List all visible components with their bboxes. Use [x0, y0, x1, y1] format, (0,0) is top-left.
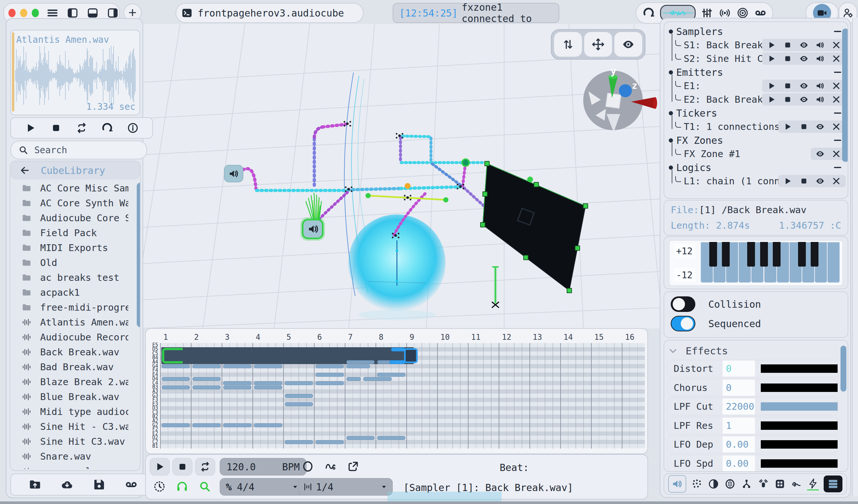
mute-icon[interactable] [815, 40, 825, 50]
list-item-blaze-break-2-wav[interactable]: Blaze Break 2.wav [10, 374, 139, 389]
midi-note[interactable] [254, 381, 282, 385]
list-item-acpack1[interactable]: acpack1 [10, 285, 139, 300]
visibility-icon[interactable] [815, 149, 825, 159]
play-icon[interactable] [767, 95, 776, 104]
midi-note[interactable] [192, 386, 221, 389]
delete-icon[interactable] [831, 54, 841, 64]
midi-note[interactable] [285, 381, 313, 385]
network-button[interactable] [741, 478, 752, 490]
midi-note[interactable] [162, 377, 190, 381]
piano-roll-panel[interactable]: 12345678910111213141516 E5D5C5B4A4G4F4E4… [145, 328, 648, 454]
play-icon[interactable] [783, 176, 793, 186]
black-key[interactable] [798, 242, 806, 266]
collapse-section-button[interactable] [833, 108, 842, 118]
list-item-snare-wav[interactable]: Snare.wav [10, 449, 139, 464]
effect-slider[interactable] [761, 459, 838, 468]
preview-play-button[interactable] [24, 122, 37, 134]
broadcast-icon[interactable] [718, 6, 731, 19]
import-folder-button[interactable] [28, 478, 42, 491]
effect-slider[interactable] [761, 402, 838, 411]
list-item-bad-break-wav[interactable]: Bad Break.wav [10, 359, 139, 374]
effect-value-field[interactable]: 1 [722, 418, 755, 434]
list-item-midi-exports[interactable]: MIDI Exports [10, 240, 139, 255]
delete-icon[interactable] [831, 40, 841, 50]
collapse-section-button[interactable] [833, 135, 842, 145]
stop-icon[interactable] [799, 176, 809, 186]
list-item-audiocube-recording-[interactable]: Audiocube Recording ( [10, 330, 139, 345]
playhead-note[interactable] [391, 347, 406, 352]
list-item-ac-breaks-test[interactable]: ac breaks test [10, 270, 139, 285]
window-scroll-strip[interactable] [852, 18, 858, 497]
effect-slider[interactable] [761, 364, 838, 373]
tree-row[interactable]: S1: Back Break.wa [664, 38, 848, 52]
visibility-icon[interactable] [799, 40, 809, 50]
stop-icon[interactable] [799, 122, 809, 131]
tree-row[interactable]: E1: [664, 79, 848, 93]
midi-note[interactable] [346, 364, 370, 368]
pitch-down-button[interactable]: -12 [673, 268, 695, 282]
play-icon[interactable] [783, 122, 793, 131]
list-item-sine-hit-c3-wav[interactable]: Sine Hit - C3.wav [10, 419, 139, 434]
preview-loop-button[interactable] [76, 122, 88, 134]
midi-note[interactable] [316, 364, 344, 368]
delete-icon[interactable] [831, 81, 841, 91]
piano-keyboard[interactable] [700, 242, 840, 283]
alarm-button[interactable] [758, 478, 769, 490]
note-grid[interactable] [160, 343, 645, 449]
bolt-button[interactable] [807, 478, 819, 490]
loop-button[interactable] [195, 458, 215, 475]
list-item-audiocube-core-sours[interactable]: Audiocube Core Sours [10, 211, 139, 225]
list-item-atlantis-amen-wav[interactable]: Atlantis Amen.wav [10, 315, 139, 330]
toggle-left-panel-icon[interactable] [66, 6, 79, 19]
sort-vertical-button[interactable] [554, 32, 582, 57]
effects-header[interactable]: Effects [668, 345, 728, 357]
save-button[interactable] [92, 478, 106, 491]
section-header-emitters[interactable]: Emitters [664, 65, 848, 79]
midi-note[interactable] [223, 386, 251, 389]
section-header-samplers[interactable]: Samplers [664, 25, 848, 38]
metronome-button[interactable] [298, 458, 318, 475]
pitch-up-button[interactable]: +12 [673, 244, 695, 258]
list-item-midi-type-audiocube-o[interactable]: Midi type audiocube o [10, 404, 139, 419]
audio-source-button[interactable] [668, 475, 686, 493]
bar-number-ruler[interactable]: 12345678910111213141516 [160, 332, 645, 342]
midi-note[interactable] [285, 440, 313, 444]
midi-note[interactable] [363, 377, 392, 381]
mute-icon[interactable] [815, 95, 825, 104]
gauge-icon[interactable] [642, 6, 655, 19]
back-icon[interactable] [19, 165, 30, 176]
loop-end-marker[interactable] [404, 348, 418, 363]
export-button[interactable] [344, 458, 363, 475]
effect-value-field[interactable]: 22000 [722, 399, 755, 414]
visibility-icon[interactable] [799, 95, 809, 104]
stop-icon[interactable] [783, 95, 793, 104]
search-input[interactable] [34, 145, 126, 156]
console-status-bar[interactable]: [12:54:25] fxzone1 connected to [393, 3, 559, 23]
mute-icon[interactable] [815, 81, 825, 91]
midi-note[interactable] [192, 423, 221, 427]
collapse-section-button[interactable] [833, 67, 842, 77]
list-item-blue-break-wav[interactable]: Blue Break.wav [10, 389, 139, 404]
speaker-grille-button[interactable] [724, 478, 736, 490]
midi-note[interactable] [254, 386, 282, 389]
target-icon[interactable] [736, 6, 749, 19]
effects-scrollbar[interactable] [841, 346, 846, 392]
delete-icon[interactable] [831, 149, 841, 159]
black-key[interactable] [747, 242, 755, 266]
preview-stop-button[interactable] [50, 122, 62, 134]
menu-icon[interactable] [46, 6, 59, 19]
midi-note[interactable] [316, 440, 344, 444]
cloud-download-button[interactable] [60, 478, 74, 491]
black-key[interactable] [722, 242, 730, 266]
midi-note[interactable] [162, 423, 190, 427]
midi-note[interactable] [316, 373, 344, 377]
playhead-note[interactable] [390, 360, 406, 364]
black-key[interactable] [709, 242, 717, 266]
delete-icon[interactable] [831, 122, 841, 131]
sync-clock-button[interactable] [150, 478, 169, 495]
effect-slider[interactable] [761, 421, 838, 430]
effect-value-field[interactable]: 0 [722, 360, 755, 377]
midi-note[interactable] [285, 402, 313, 406]
loop-start-bracket[interactable] [162, 348, 183, 363]
play-icon[interactable] [767, 40, 776, 50]
